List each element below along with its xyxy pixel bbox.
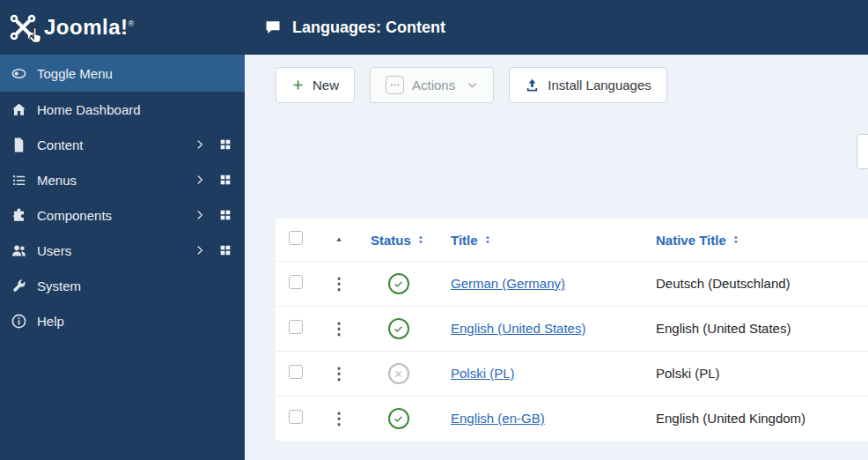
grid-shortcut-icon[interactable] [218,137,232,152]
sidebar-item[interactable]: Home Dashboard [0,92,245,127]
chevron-right-icon[interactable] [194,244,206,256]
grid-shortcut-icon[interactable] [218,208,232,222]
sidebar-item[interactable]: Menus [0,162,245,197]
cross-icon [393,368,404,380]
row-actions-dots-icon[interactable]: ⋮ [331,321,347,337]
status-column-label: Status [371,233,411,248]
check-icon [393,413,404,425]
native-title-column-label: Native Title [656,233,726,248]
sidebar-item[interactable]: Help [0,303,245,338]
row-checkbox[interactable] [289,275,303,289]
native-title-text: Deutsch (Deutschland) [656,276,791,291]
chevron-right-icon[interactable] [194,174,206,186]
sidebar-toggle-menu[interactable]: Toggle Menu [0,55,245,92]
toolbar: New Actions Install Languages [276,67,667,103]
search-box[interactable] [857,134,868,169]
sidebar-item-extras [194,208,232,222]
language-title-link[interactable]: English (en-GB) [451,411,545,426]
native-title-text: English (United States) [656,321,791,336]
row-checkbox[interactable] [289,410,303,424]
chevron-right-icon[interactable] [194,209,206,221]
status-icon[interactable] [388,318,409,339]
app-window: Joomla!® Toggle Menu Home Dashboard [0,0,868,460]
sidebar-item-label: Components [37,208,112,223]
languages-table: Status Title Native Title [276,219,868,441]
row-actions-dots-icon[interactable]: ⋮ [331,276,347,292]
ordering-caret-icon[interactable] [334,234,344,245]
comment-icon [264,19,282,36]
logo-area[interactable]: Joomla!® [0,0,245,55]
table-row: ⋮ English (United States) English (Unite… [276,306,868,351]
actions-button[interactable]: Actions [370,67,494,103]
plus-icon [291,78,305,92]
column-header-title[interactable]: Title [440,233,647,248]
title-column-label: Title [451,233,478,248]
sidebar-item-label: Users [37,243,71,258]
upload-icon [525,78,540,93]
sidebar-item-label: Menus [37,173,77,188]
users-icon [11,242,27,259]
new-button[interactable]: New [276,67,355,103]
language-title-link[interactable]: English (United States) [451,321,585,336]
table-row: ⋮ German (Germany) Deutsch (Deutschland) [276,261,868,306]
sidebar-item-extras [194,102,232,116]
sidebar-item-label: System [37,278,81,293]
grid-shortcut-icon[interactable] [218,173,232,187]
row-actions-dots-icon[interactable]: ⋮ [331,366,347,382]
table-row: ⋮ English (en-GB) English (United Kingdo… [276,396,868,441]
joomla-logo-icon [9,13,37,41]
content-icon [11,137,27,153]
menus-icon [11,172,27,189]
status-icon[interactable] [388,408,409,429]
toggle-menu-icon [11,65,27,82]
row-checkbox[interactable] [289,365,303,379]
language-title-link[interactable]: German (Germany) [451,276,565,291]
status-icon[interactable] [388,363,409,384]
sidebar-item-extras [194,137,232,152]
sidebar-item-label: Home Dashboard [37,102,141,117]
ellipsis-box [386,76,404,94]
help-icon [11,313,27,330]
components-icon [11,207,27,224]
sort-icon [416,234,426,245]
grid-shortcut-icon[interactable] [218,243,232,257]
sidebar-item[interactable]: System [0,268,245,303]
sidebar-item-label: Help [37,314,64,329]
sidebar: Joomla!® Toggle Menu Home Dashboard [0,0,245,460]
table-row: ⋮ Polski (PL) Polski (PL) [276,351,868,396]
toggle-menu-label: Toggle Menu [37,66,113,81]
actions-button-label: Actions [412,78,455,93]
logo-text: Joomla!® [44,15,135,40]
language-title-link[interactable]: Polski (PL) [451,366,515,381]
page-title: Languages: Content [292,19,445,37]
install-languages-button[interactable]: Install Languages [509,67,667,103]
chevron-down-icon [467,79,478,91]
sidebar-item[interactable]: Users [0,233,245,268]
check-icon [393,278,404,290]
system-icon [11,278,27,294]
check-icon [393,323,404,335]
ellipsis-icon [389,79,401,91]
sort-icon [482,234,493,245]
chevron-right-icon[interactable] [194,138,206,151]
new-button-label: New [313,78,339,93]
sidebar-menu: Home Dashboard Content [0,92,245,338]
sidebar-item[interactable]: Components [0,197,245,233]
table-header-row: Status Title Native Title [276,219,868,261]
select-all-checkbox[interactable] [289,231,303,245]
sidebar-item-label: Content [37,137,84,152]
top-header-bar: Languages: Content [245,0,868,55]
sidebar-item-extras [194,278,232,293]
sort-icon [731,234,741,245]
row-checkbox[interactable] [289,320,303,334]
home-icon [11,101,27,118]
row-actions-dots-icon[interactable]: ⋮ [331,411,347,427]
sidebar-item[interactable]: Content [0,127,245,162]
column-header-native-title[interactable]: Native Title [647,233,868,248]
install-languages-label: Install Languages [548,78,651,93]
native-title-text: English (United Kingdom) [656,411,805,426]
sidebar-item-extras [194,314,232,328]
sidebar-item-extras [194,243,232,257]
status-icon[interactable] [388,273,409,294]
column-header-status[interactable]: Status [357,233,440,248]
